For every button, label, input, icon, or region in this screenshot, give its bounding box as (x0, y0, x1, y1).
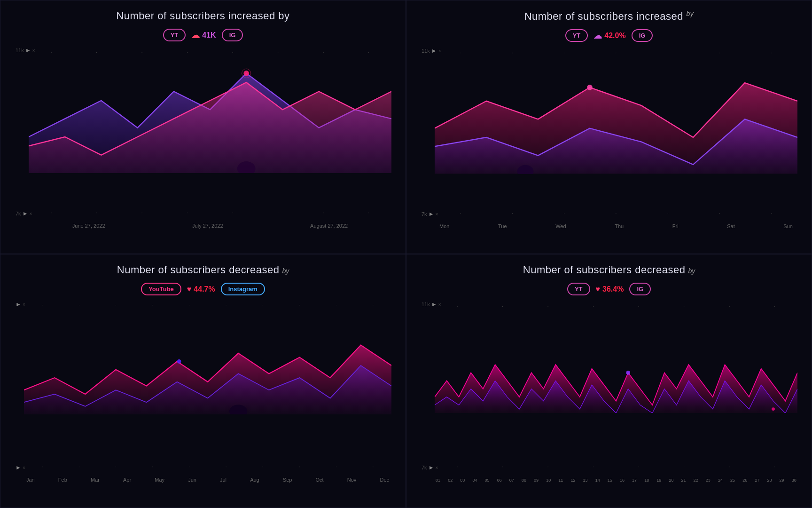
x-label-br-07: 07 (509, 478, 514, 483)
x-label-br-15: 15 (608, 478, 612, 483)
x-label-br-03: 03 (460, 478, 465, 483)
panel-top-left-badges: YT ☁ 41K IG (15, 29, 391, 41)
x-label-tl-1: July 27, 2022 (192, 223, 223, 229)
x-label-br-27: 27 (755, 478, 759, 483)
x-label-bl-nov: Nov (347, 477, 357, 483)
x-label-bl-apr: Apr (123, 477, 131, 483)
y-label-bottom-tl: 7k (16, 211, 21, 216)
stat-br: ♥ 36.4% (596, 285, 624, 294)
x-label-bl-jan: Jan (26, 477, 35, 483)
x-label-br-12: 12 (570, 478, 575, 483)
panel-top-right: Number of subscribers increased by YT ☁ … (406, 0, 812, 254)
chart-area-tl: 11k ► × 7k ► × (15, 46, 391, 229)
x-label-br-29: 29 (780, 478, 784, 483)
arrow-right-br-bottom[interactable]: ► (429, 464, 434, 471)
panel-bottom-right-badges: YT ♥ 36.4% IG (421, 283, 797, 295)
x-label-bl-sep: Sep (283, 477, 292, 483)
panel-top-right-title: Number of subscribers increased by (421, 10, 797, 23)
x-label-bl-jul: Jul (220, 477, 226, 483)
x-label-tr-wed: Wed (555, 223, 566, 229)
panel-top-left-title: Number of subscribers increased by (15, 10, 391, 22)
dot-row-tr-bottom: ······· (435, 211, 797, 216)
stat-bl: ♥ 44.7% (187, 285, 215, 294)
svg-point-11 (177, 359, 181, 364)
x-label-br-25: 25 (730, 478, 735, 483)
dashboard-grid: Number of subscribers increased by YT ☁ … (0, 0, 812, 508)
x-axis-tl: June 27, 2022 July 27, 2022 August 27, 2… (29, 223, 391, 229)
arrow-right-bl-bottom[interactable]: ► (16, 464, 21, 471)
x-label-bl-mar: Mar (91, 477, 100, 483)
y-label-top-br: 11k (422, 302, 430, 307)
x-label-br-11: 11 (558, 478, 563, 483)
arrow-right-bl-top[interactable]: ► (16, 301, 21, 308)
x-label-br-02: 02 (448, 478, 453, 483)
x-label-br-22: 22 (694, 478, 698, 483)
panel-top-right-badges: YT ☁ 42.0% IG (421, 29, 797, 42)
ig-badge-bl[interactable]: Instagram (221, 283, 265, 295)
y-label-top-tl: 11k (16, 48, 24, 53)
dot-row-tl-top: ········ (29, 50, 391, 55)
x-axis-br: 01 02 03 04 05 06 07 08 09 10 11 12 13 1… (435, 478, 797, 483)
yt-badge-tl[interactable]: YT (163, 29, 186, 41)
dot-row-tl-bottom: ········ (29, 210, 391, 215)
svg-point-7 (587, 85, 593, 90)
chart-svg-br (435, 300, 797, 413)
chart-svg-tl (29, 46, 391, 173)
x-label-br-17: 17 (632, 478, 637, 483)
x-label-br-16: 16 (620, 478, 625, 483)
x-label-br-28: 28 (767, 478, 772, 483)
dot-row-br-bottom: ········ (435, 464, 797, 469)
chart-area-tr: 11k ► × 7k ► × (421, 47, 797, 229)
x-label-tr-tue: Tue (498, 223, 507, 229)
stat-tr: ☁ 42.0% (593, 31, 625, 41)
ig-badge-tl[interactable]: IG (222, 29, 243, 41)
x-label-bl-oct: Oct (316, 477, 324, 483)
by-superscript-bl: by (282, 267, 289, 275)
x-label-br-24: 24 (718, 478, 723, 483)
x-label-tr-sat: Sat (727, 223, 735, 229)
x-label-br-23: 23 (706, 478, 710, 483)
x-axis-bl: Jan Feb Mar Apr May Jun Jul Aug Sep Oct … (24, 477, 391, 483)
x-label-tr-thu: Thu (615, 223, 624, 229)
by-superscript-tr: by (687, 10, 694, 17)
heart-icon-bl: ♥ (187, 285, 192, 294)
panel-bottom-left: Number of subscribers decreased by YouTu… (0, 254, 406, 508)
yt-badge-br[interactable]: YT (567, 283, 590, 295)
x-label-tr-fri: Fri (672, 223, 679, 229)
stat-tl: ☁ 41K (191, 30, 216, 40)
panel-top-left: Number of subscribers increased by YT ☁ … (0, 0, 406, 254)
dot-row-br-top: ········ (435, 304, 797, 309)
x-label-bl-dec: Dec (380, 477, 389, 483)
x-label-bl-jun: Jun (188, 477, 196, 483)
arrow-right-tl-bottom[interactable]: ► (23, 210, 28, 217)
x-label-bl-may: May (155, 477, 164, 483)
x-label-bl-feb: Feb (58, 477, 67, 483)
stat-value-bl: 44.7% (194, 285, 215, 294)
heart-icon-br: ♥ (596, 285, 601, 294)
panel-bottom-left-title: Number of subscribers decreased (117, 264, 280, 276)
x-label-br-20: 20 (669, 478, 673, 483)
x-label-bl-aug: Aug (250, 477, 259, 483)
ig-badge-tr[interactable]: IG (632, 29, 653, 42)
arrow-right-tr-bottom[interactable]: ► (429, 211, 434, 217)
chart-area-bl: ► × ► × (15, 300, 391, 483)
x-label-tl-0: June 27, 2022 (72, 223, 105, 229)
ig-badge-br[interactable]: IG (629, 283, 651, 295)
x-label-br-30: 30 (792, 478, 796, 483)
dot-row-tr-top: ······· (435, 50, 797, 56)
y-label-bottom-tr: 7k (422, 211, 427, 217)
x-label-br-10: 10 (546, 478, 551, 483)
x-label-br-26: 26 (742, 478, 747, 483)
yt-badge-tr[interactable]: YT (565, 29, 588, 42)
x-label-br-19: 19 (656, 478, 661, 483)
x-label-br-01: 01 (436, 478, 440, 483)
svg-point-15 (626, 371, 630, 375)
chart-area-br: 11k ► × 7k ► × (421, 300, 797, 483)
x-label-tr-mon: Mon (439, 223, 449, 229)
x-label-br-14: 14 (595, 478, 600, 483)
yt-badge-bl[interactable]: YouTube (141, 283, 181, 295)
chart-svg-bl (24, 300, 391, 414)
y-label-bottom-br: 7k (422, 465, 427, 470)
dot-row-bl-top: ·········· (24, 302, 391, 308)
dot-row-bl-bottom: ·········· (24, 464, 391, 469)
